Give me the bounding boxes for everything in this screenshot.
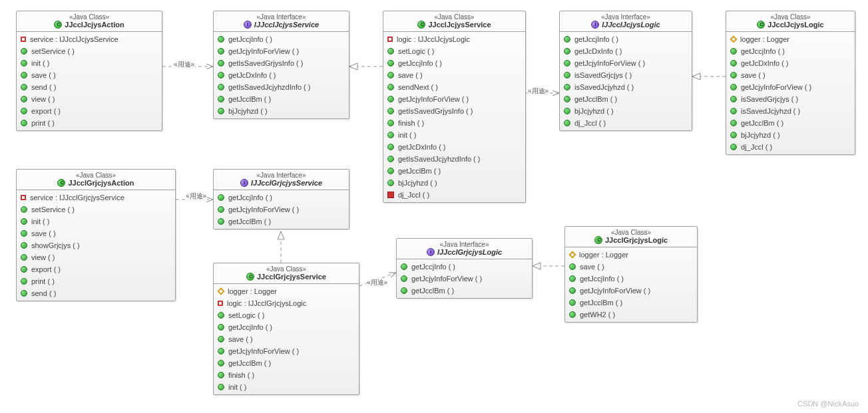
connector-label: «用途» <box>173 60 195 69</box>
member-text: print ( ) <box>31 118 55 128</box>
stereotype-label: «Java Class» <box>218 265 355 273</box>
member-text: getJcjyInfoForView ( ) <box>580 285 650 296</box>
uml-body: logger : Loggerlogic : IJJcclGrjcjysLogi… <box>214 284 359 394</box>
stereotype-label: «Java Interface» <box>401 241 528 248</box>
member-text: save ( ) <box>741 70 765 80</box>
uml-member: sendNext ( ) <box>383 81 525 93</box>
class-icon <box>57 179 65 187</box>
member-text: getJccjInfo ( ) <box>574 34 618 45</box>
uml-class-b10: «Java Class»JJcclGrjcjysLogiclogger : Lo… <box>564 226 698 323</box>
uml-body: getJccjInfo ( )getJcjyInfoForView ( )get… <box>397 259 532 298</box>
member-text: service : IJJcclJcjysService <box>30 34 118 45</box>
visibility-marker-icon <box>387 156 394 162</box>
member-text: logic : IJJcclGrjcjysLogic <box>227 298 306 309</box>
visibility-marker-icon <box>569 311 576 318</box>
visibility-marker-icon <box>217 287 224 295</box>
member-text: dj_Jccl ( ) <box>398 190 429 200</box>
uml-member: getJcjyInfoForView ( ) <box>726 81 855 93</box>
class-name: JJcclJcjysAction <box>21 21 158 29</box>
class-name-text: JJcclJcjysAction <box>65 21 124 29</box>
member-text: getJcjyInfoForView ( ) <box>228 46 299 57</box>
member-text: getJcDxInfo ( ) <box>398 142 446 152</box>
member-text: getJcjyInfoForView ( ) <box>228 204 299 215</box>
member-text: getJcjyInfoForView ( ) <box>228 346 299 356</box>
class-name-text: IJJcclJcjysLogic <box>602 21 660 29</box>
member-text: getIsSavedJcjyhzdInfo ( ) <box>398 154 481 164</box>
member-text: dj_Jccl ( ) <box>574 118 606 128</box>
uml-member: bjJcjyhzd ( ) <box>560 105 692 117</box>
uml-header: «Java Class»JJcclGrjcjysAction <box>17 170 175 190</box>
uml-member: save ( ) <box>17 69 162 81</box>
uml-member: init ( ) <box>17 215 175 227</box>
member-text: getJcDxInfo ( ) <box>228 70 276 80</box>
uml-member: getJccjInfo ( ) <box>214 33 349 45</box>
visibility-marker-icon <box>218 36 224 43</box>
member-text: sendNext ( ) <box>398 82 438 92</box>
interface-icon <box>240 179 248 187</box>
visibility-marker-icon <box>218 84 224 90</box>
uml-member: getJccjInfo ( ) <box>214 321 359 333</box>
member-text: logger : Logger <box>228 286 277 297</box>
visibility-marker-icon <box>564 84 570 90</box>
uml-member: getJcjyInfoForView ( ) <box>383 93 525 105</box>
member-text: getJccjInfo ( ) <box>228 322 272 333</box>
uml-member: logger : Logger <box>726 33 855 45</box>
visibility-marker-icon <box>730 72 737 78</box>
visibility-marker-icon <box>569 263 576 270</box>
visibility-marker-icon <box>218 72 224 78</box>
member-text: getJcclBm ( ) <box>574 94 617 104</box>
visibility-marker-icon <box>218 96 224 102</box>
member-text: getJcjyInfoForView ( ) <box>574 58 645 69</box>
visibility-marker-icon <box>21 48 27 55</box>
member-text: dj_Jccl ( ) <box>741 142 772 152</box>
visibility-marker-icon <box>21 37 26 42</box>
visibility-marker-icon <box>730 35 737 43</box>
uml-member: dj_Jccl ( ) <box>383 189 525 201</box>
uml-member: logic : IJJcclJcjysLogic <box>383 33 525 45</box>
uml-member: getIsSavedGrjysInfo ( ) <box>383 105 525 117</box>
uml-body: service : IJJcclJcjysServicesetService (… <box>17 32 162 130</box>
visibility-marker-icon <box>218 372 224 378</box>
visibility-marker-icon <box>218 312 224 319</box>
connector-label: «用途» <box>527 86 549 96</box>
visibility-marker-icon <box>564 108 570 114</box>
visibility-marker-icon <box>564 60 570 67</box>
visibility-marker-icon <box>564 96 570 102</box>
visibility-marker-icon <box>21 266 27 273</box>
class-name: JJcclGrjcjysService <box>218 273 355 281</box>
connector-label: «用途» <box>185 192 207 201</box>
uml-member: getJcjyInfoForView ( ) <box>397 273 532 285</box>
class-icon <box>246 273 254 281</box>
visibility-marker-icon <box>387 132 394 138</box>
member-text: getJcclBm ( ) <box>398 166 441 176</box>
visibility-marker-icon <box>730 84 737 90</box>
member-text: export ( ) <box>31 106 61 116</box>
member-text: setService ( ) <box>31 204 75 215</box>
interface-icon <box>244 21 252 29</box>
uml-member: setService ( ) <box>17 45 162 57</box>
uml-member: setLogic ( ) <box>383 45 525 57</box>
class-name: IJJcclJcjysService <box>218 21 345 29</box>
member-text: save ( ) <box>580 261 604 272</box>
uml-member: getJcclBm ( ) <box>383 165 525 177</box>
uml-member: send ( ) <box>17 287 175 299</box>
member-text: getJcclBm ( ) <box>741 118 783 128</box>
stereotype-label: «Java Class» <box>387 13 521 21</box>
uml-member: isSavedJcjyhzd ( ) <box>726 105 855 117</box>
visibility-marker-icon <box>387 144 394 150</box>
uml-member: getJcDxInfo ( ) <box>726 57 855 69</box>
uml-member: getJcclBm ( ) <box>560 93 692 105</box>
uml-member: save ( ) <box>17 227 175 239</box>
member-text: init ( ) <box>31 216 50 227</box>
uml-header: «Java Class»JJcclJcjysService <box>383 11 525 32</box>
uml-member: bjJcjyhzd ( ) <box>726 129 855 141</box>
member-text: isSavedJcjyhzd ( ) <box>574 82 634 92</box>
member-text: getJcclBm ( ) <box>580 297 622 308</box>
uml-header: «Java Interface»IJJcclJcjysService <box>214 11 349 32</box>
uml-member: showGrjcjys ( ) <box>17 239 175 251</box>
uml-member: export ( ) <box>17 105 162 117</box>
uml-member: getJccjInfo ( ) <box>565 273 697 285</box>
class-name-text: JJcclJcjysService <box>428 21 491 29</box>
visibility-marker-icon <box>218 324 224 331</box>
visibility-marker-icon <box>564 36 570 43</box>
